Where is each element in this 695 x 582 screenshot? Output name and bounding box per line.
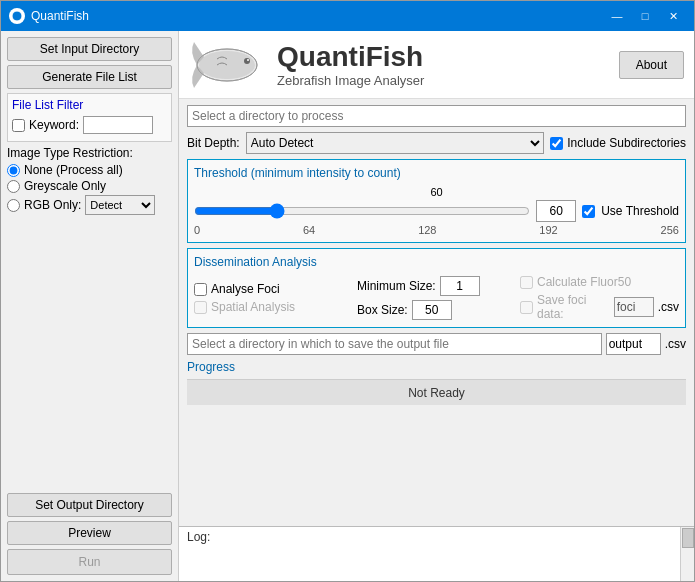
threshold-title: Threshold (minimum intensity to count) (194, 166, 679, 180)
app-title: QuantiFish (277, 41, 424, 73)
svg-point-3 (244, 58, 250, 64)
calc-fluor-row: Calculate Fluor50 (520, 275, 679, 289)
radio-none-row: None (Process all) (7, 163, 172, 177)
threshold-section: Threshold (minimum intensity to count) 6… (187, 159, 686, 243)
log-label: Log: (187, 530, 210, 544)
calc-fluor-label: Calculate Fluor50 (537, 275, 631, 289)
file-list-filter-section: File List Filter Keyword: (7, 93, 172, 142)
foci-csv-label: .csv (658, 300, 679, 314)
app-subtitle: Zebrafish Image Analyser (277, 73, 424, 88)
logo-area: QuantiFish Zebrafish Image Analyser (189, 37, 424, 92)
input-directory-field[interactable] (187, 105, 686, 127)
box-size-row: Box Size: (357, 300, 516, 320)
right-panel: QuantiFish Zebrafish Image Analyser Abou… (179, 31, 694, 581)
threshold-current-value: 60 (194, 186, 679, 198)
title-bar-text: QuantiFish (31, 9, 604, 23)
radio-rgb[interactable] (7, 199, 20, 212)
svg-point-0 (12, 11, 22, 21)
log-scrollbar[interactable] (680, 527, 694, 581)
slider-label-128: 128 (418, 224, 436, 236)
set-input-directory-button[interactable]: Set Input Directory (7, 37, 172, 61)
radio-greyscale-row: Greyscale Only (7, 179, 172, 193)
app-title-block: QuantiFish Zebrafish Image Analyser (277, 41, 424, 88)
keyword-input[interactable] (83, 116, 153, 134)
radio-none-label: None (Process all) (24, 163, 123, 177)
radio-none[interactable] (7, 164, 20, 177)
radio-greyscale-label: Greyscale Only (24, 179, 106, 193)
threshold-slider[interactable] (194, 201, 530, 221)
main-window: QuantiFish — □ ✕ Set Input Directory Gen… (0, 0, 695, 582)
analyse-foci-checkbox[interactable] (194, 283, 207, 296)
about-button[interactable]: About (619, 51, 684, 79)
save-foci-checkbox[interactable] (520, 301, 533, 314)
analyse-foci-label: Analyse Foci (211, 282, 280, 296)
minimize-button[interactable]: — (604, 6, 630, 26)
maximize-button[interactable]: □ (632, 6, 658, 26)
log-area: Log: (179, 526, 694, 581)
left-panel: Set Input Directory Generate File List F… (1, 31, 179, 581)
spatial-analysis-checkbox[interactable] (194, 301, 207, 314)
threshold-value-input[interactable] (536, 200, 576, 222)
box-size-label: Box Size: (357, 303, 408, 317)
min-size-label: Minimum Size: (357, 279, 436, 293)
foci-name-input[interactable] (614, 297, 654, 317)
keyword-row: Keyword: (12, 116, 167, 134)
preview-button[interactable]: Preview (7, 521, 172, 545)
radio-rgb-row: RGB Only: Detect (7, 195, 172, 215)
header-area: QuantiFish Zebrafish Image Analyser Abou… (179, 31, 694, 99)
slider-label-192: 192 (539, 224, 557, 236)
box-size-input[interactable] (412, 300, 452, 320)
set-output-directory-button[interactable]: Set Output Directory (7, 493, 172, 517)
use-threshold-checkbox[interactable] (582, 205, 595, 218)
use-threshold-label: Use Threshold (601, 204, 679, 218)
image-type-label: Image Type Restriction: (7, 146, 172, 160)
slider-label-64: 64 (303, 224, 315, 236)
radio-greyscale[interactable] (7, 180, 20, 193)
include-subdirectories-label: Include Subdirectories (567, 136, 686, 150)
rgb-detect-select[interactable]: Detect (85, 195, 155, 215)
output-directory-field[interactable] (187, 333, 602, 355)
min-size-input[interactable] (440, 276, 480, 296)
close-button[interactable]: ✕ (660, 6, 686, 26)
main-content: Bit Depth: Auto Detect 8-bit 16-bit Incl… (179, 99, 694, 526)
analyse-foci-row: Analyse Foci (194, 282, 353, 296)
slider-row: Use Threshold (194, 200, 679, 222)
progress-label: Progress (187, 360, 686, 374)
image-type-section: Image Type Restriction: None (Process al… (7, 146, 172, 217)
dissemination-title: Dissemination Analysis (194, 255, 679, 269)
run-button[interactable]: Run (7, 549, 172, 575)
save-foci-label: Save foci data: (537, 293, 610, 321)
filter-title: File List Filter (12, 98, 167, 112)
slider-label-0: 0 (194, 224, 200, 236)
log-scroll-thumb[interactable] (682, 528, 694, 548)
bit-depth-select[interactable]: Auto Detect 8-bit 16-bit (246, 132, 545, 154)
output-directory-row: .csv (187, 333, 686, 355)
output-name-input[interactable] (606, 333, 661, 355)
include-subdirectories-checkbox[interactable] (550, 137, 563, 150)
calc-fluor-checkbox[interactable] (520, 276, 533, 289)
subdirs-row: Include Subdirectories (550, 136, 686, 150)
slider-labels: 0 64 128 192 256 (194, 224, 679, 236)
window-controls: — □ ✕ (604, 6, 686, 26)
min-size-row: Minimum Size: (357, 276, 516, 296)
app-icon (9, 8, 25, 24)
output-csv-label: .csv (665, 337, 686, 351)
save-foci-row: Save foci data: .csv (520, 293, 679, 321)
slider-label-256: 256 (661, 224, 679, 236)
generate-file-list-button[interactable]: Generate File List (7, 65, 172, 89)
title-bar: QuantiFish — □ ✕ (1, 1, 694, 31)
radio-rgb-label: RGB Only: (24, 198, 81, 212)
bit-depth-row: Bit Depth: Auto Detect 8-bit 16-bit Incl… (187, 132, 686, 154)
svg-point-4 (247, 59, 249, 61)
status-bar: Not Ready (187, 379, 686, 405)
dissemination-section: Dissemination Analysis Analyse Foci Spat… (187, 248, 686, 328)
spatial-analysis-row: Spatial Analysis (194, 300, 353, 314)
logo-fish-icon (189, 37, 269, 92)
status-text: Not Ready (408, 386, 465, 400)
content-area: Set Input Directory Generate File List F… (1, 31, 694, 581)
keyword-label: Keyword: (29, 118, 79, 132)
keyword-checkbox[interactable] (12, 119, 25, 132)
spatial-analysis-label: Spatial Analysis (211, 300, 295, 314)
bit-depth-label: Bit Depth: (187, 136, 240, 150)
